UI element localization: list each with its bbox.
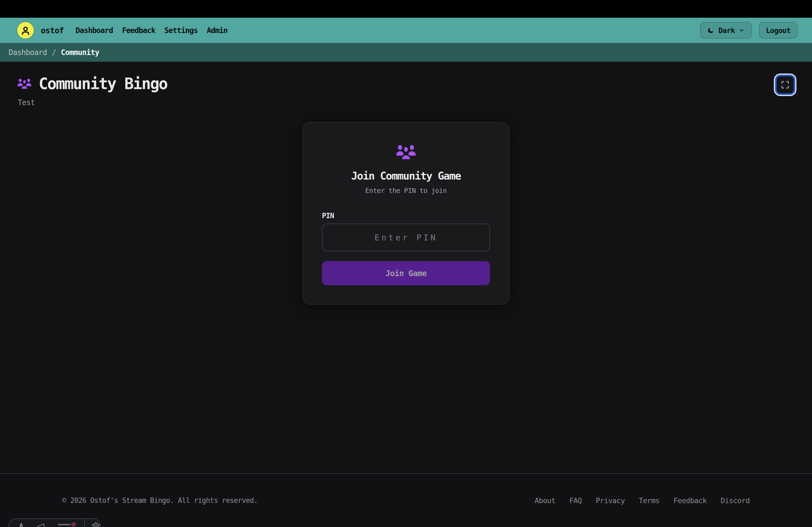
footer-link-faq[interactable]: FAQ — [569, 496, 582, 505]
navbar-right: Dark Logout — [700, 22, 798, 39]
join-game-button[interactable]: Join Game — [322, 261, 490, 285]
nav-link-dashboard[interactable]: Dashboard — [75, 26, 113, 35]
app-root: ostof Dashboard Feedback Settings Admin … — [0, 0, 812, 527]
dev-toolbar: A — [9, 518, 101, 527]
page-subtitle: Test — [18, 98, 167, 107]
footer-link-discord[interactable]: Discord — [721, 496, 750, 505]
avatar[interactable] — [17, 22, 34, 39]
logout-button[interactable]: Logout — [759, 22, 798, 39]
users-icon — [17, 78, 32, 90]
chevron-down-icon — [738, 27, 745, 33]
footer: © 2026 Ostof's Stream Bingo. All rights … — [0, 473, 812, 527]
nav-link-feedback[interactable]: Feedback — [122, 26, 155, 35]
top-black-strip — [0, 0, 812, 18]
theme-toggle-button[interactable]: Dark — [700, 22, 752, 39]
nav-link-settings[interactable]: Settings — [164, 26, 198, 35]
join-card-subtitle: Enter the PIN to join — [365, 187, 447, 195]
footer-link-terms[interactable]: Terms — [639, 496, 659, 505]
footer-link-feedback[interactable]: Feedback — [673, 496, 707, 505]
user-icon — [19, 25, 31, 36]
font-size-icon[interactable]: A — [19, 522, 24, 527]
toolbar-divider — [84, 519, 85, 527]
nav-link-admin[interactable]: Admin — [207, 26, 228, 35]
breadcrumb-separator: / — [52, 48, 56, 57]
breadcrumb: Dashboard / Community — [0, 43, 812, 62]
footer-link-about[interactable]: About — [535, 496, 555, 505]
join-community-card: Join Community Game Enter the PIN to joi… — [303, 122, 509, 304]
theme-toggle-label: Dark — [718, 26, 735, 35]
moon-icon — [707, 27, 714, 34]
page-title: Community Bingo — [39, 75, 167, 93]
copyright-text: © 2026 Ostof's Stream Bingo. All rights … — [62, 496, 258, 505]
pin-label: PIN — [322, 212, 490, 220]
page-header: Community Bingo Test — [0, 62, 812, 107]
route-notification-icon[interactable] — [58, 523, 76, 527]
pin-input[interactable] — [322, 224, 490, 252]
fullscreen-icon — [781, 80, 790, 89]
footer-link-privacy[interactable]: Privacy — [596, 496, 625, 505]
breadcrumb-link-dashboard[interactable]: Dashboard — [9, 48, 47, 57]
nav-links: Dashboard Feedback Settings Admin — [75, 26, 228, 35]
fullscreen-button[interactable] — [775, 75, 795, 95]
users-icon — [396, 144, 416, 160]
breadcrumb-current: Community — [61, 48, 99, 57]
footer-links: About FAQ Privacy Terms Feedback Discord — [535, 496, 750, 505]
page-title-block: Community Bingo Test — [17, 75, 167, 107]
megaphone-icon[interactable] — [36, 522, 45, 527]
main-content: Community Bingo Test — [0, 62, 812, 473]
brand-logo-text[interactable]: ostof — [41, 26, 64, 35]
navbar: ostof Dashboard Feedback Settings Admin … — [0, 18, 812, 43]
join-card-title: Join Community Game — [351, 170, 461, 182]
gear-icon[interactable] — [91, 522, 100, 527]
pin-form: PIN Join Game — [322, 212, 490, 285]
